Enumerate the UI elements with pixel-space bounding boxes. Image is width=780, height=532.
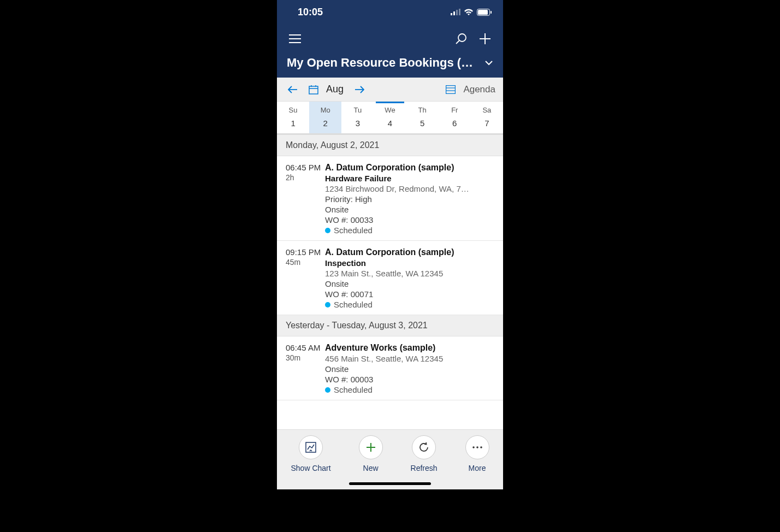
status-dot-icon <box>325 387 330 393</box>
page-title: My Open Resource Bookings (Fiel… <box>287 56 480 70</box>
svg-rect-5 <box>478 10 488 15</box>
booking-account: A. Datum Corporation (sample) <box>325 247 494 257</box>
day-number-label: 1 <box>277 119 309 128</box>
booking-account: Adventure Works (sample) <box>325 343 494 353</box>
day-cell[interactable]: Th5 <box>406 102 439 133</box>
calendar-icon <box>309 85 318 94</box>
booking-list[interactable]: Monday, August 2, 202106:45 PM2hA. Datum… <box>277 135 503 429</box>
status-icons <box>451 9 492 16</box>
status-dot-icon <box>325 228 330 233</box>
booking-address: 456 Main St., Seattle, WA 12345 <box>325 354 494 363</box>
day-of-week-label: Su <box>277 106 309 114</box>
chart-icon <box>299 435 323 459</box>
booking-address: 1234 Birchwood Dr, Redmond, WA, 7… <box>325 184 494 193</box>
booking-subject: Inspection <box>325 258 494 268</box>
refresh-icon <box>412 435 436 459</box>
status-time: 10:05 <box>298 7 323 18</box>
agenda-toggle[interactable]: Agenda <box>463 84 495 95</box>
day-of-week-label: Sa <box>471 106 503 114</box>
new-button[interactable]: New <box>359 435 383 472</box>
day-of-week-label: Th <box>406 106 439 114</box>
app-header: My Open Resource Bookings (Fiel… <box>277 24 503 78</box>
day-cell[interactable]: Fr6 <box>439 102 471 133</box>
booking-duration: 2h <box>286 173 325 182</box>
dots-icon <box>465 435 489 459</box>
day-cell[interactable]: Mo2 <box>309 102 341 133</box>
show-chart-button[interactable]: Show Chart <box>291 435 330 472</box>
svg-rect-1 <box>453 11 455 15</box>
day-of-week-label: Mo <box>309 106 341 114</box>
agenda-icon <box>446 85 456 94</box>
svg-point-26 <box>472 446 475 448</box>
day-number-label: 2 <box>309 119 341 128</box>
svg-rect-6 <box>491 11 492 14</box>
action-label: New <box>363 464 379 472</box>
booking-start-time: 06:45 PM <box>286 163 325 172</box>
view-selector[interactable]: My Open Resource Bookings (Fiel… <box>287 56 493 70</box>
booking-workorder: WO #: 00003 <box>325 375 494 384</box>
action-label: Show Chart <box>291 464 330 472</box>
status-bar: 10:05 <box>277 0 503 24</box>
booking-status-row: Scheduled <box>325 300 494 309</box>
prev-month-button[interactable] <box>285 81 301 98</box>
booking-workorder: WO #: 00033 <box>325 215 494 224</box>
svg-rect-2 <box>456 10 458 15</box>
booking-card[interactable]: 09:15 PM45mA. Datum Corporation (sample)… <box>277 241 503 315</box>
booking-account: A. Datum Corporation (sample) <box>325 163 494 173</box>
booking-time-col: 06:45 PM2h <box>286 163 325 235</box>
booking-duration: 45m <box>286 258 325 267</box>
booking-status-row: Scheduled <box>325 226 494 235</box>
booking-card[interactable]: 06:45 PM2hA. Datum Corporation (sample)H… <box>277 156 503 241</box>
booking-status-label: Scheduled <box>334 300 373 309</box>
refresh-button[interactable]: Refresh <box>411 435 438 472</box>
svg-line-11 <box>456 40 459 44</box>
day-cell[interactable]: Su1 <box>277 102 309 133</box>
booking-time-col: 09:15 PM45m <box>286 247 325 309</box>
booking-status-row: Scheduled <box>325 385 494 394</box>
search-button[interactable] <box>453 31 469 47</box>
booking-status-label: Scheduled <box>334 226 373 235</box>
battery-icon <box>477 9 492 16</box>
header-toolbar <box>287 26 493 51</box>
booking-workorder: WO #: 00071 <box>325 289 494 299</box>
plus-icon <box>359 435 383 459</box>
day-cell[interactable]: Sa7 <box>471 102 503 133</box>
chevron-down-icon <box>484 60 493 66</box>
bottom-action-bar: Show ChartNewRefreshMore <box>277 429 503 489</box>
calendar-nav-bar: Aug Agenda <box>277 78 503 102</box>
svg-point-27 <box>476 446 478 448</box>
booking-main-col: A. Datum Corporation (sample)Hardware Fa… <box>325 163 494 235</box>
day-number-label: 3 <box>341 119 374 128</box>
signal-icon <box>451 9 460 15</box>
status-dot-icon <box>325 302 330 308</box>
date-section-heading: Yesterday - Tuesday, August 3, 2021 <box>277 315 503 336</box>
day-of-week-label: Fr <box>439 106 471 114</box>
svg-point-28 <box>480 446 482 448</box>
day-of-week-label: Tu <box>341 106 374 114</box>
svg-point-10 <box>458 34 466 42</box>
booking-subject: Hardware Failure <box>325 174 494 183</box>
booking-address: 123 Main St., Seattle, WA 12345 <box>325 269 494 278</box>
day-number-label: 6 <box>439 119 471 128</box>
booking-priority: Priority: High <box>325 194 494 204</box>
home-indicator <box>349 482 431 485</box>
next-month-button[interactable] <box>351 81 368 98</box>
day-cell[interactable]: Tu3 <box>341 102 374 133</box>
booking-mode: Onsite <box>325 364 494 374</box>
booking-main-col: A. Datum Corporation (sample)Inspection1… <box>325 247 494 309</box>
day-number-label: 5 <box>406 119 439 128</box>
hamburger-menu-button[interactable] <box>287 31 303 47</box>
booking-mode: Onsite <box>325 205 494 214</box>
add-button[interactable] <box>477 31 493 47</box>
more-button[interactable]: More <box>465 435 489 472</box>
wifi-icon <box>464 9 474 16</box>
svg-rect-3 <box>459 9 460 15</box>
day-cell[interactable]: We4 <box>374 102 406 133</box>
booking-card[interactable]: 06:45 AM30mAdventure Works (sample)456 M… <box>277 336 503 400</box>
date-section-heading: Monday, August 2, 2021 <box>277 135 503 156</box>
svg-rect-15 <box>309 86 318 94</box>
booking-main-col: Adventure Works (sample)456 Main St., Se… <box>325 343 494 394</box>
day-number-label: 4 <box>374 119 406 128</box>
month-label[interactable]: Aug <box>326 84 344 95</box>
booking-time-col: 06:45 AM30m <box>286 343 325 394</box>
